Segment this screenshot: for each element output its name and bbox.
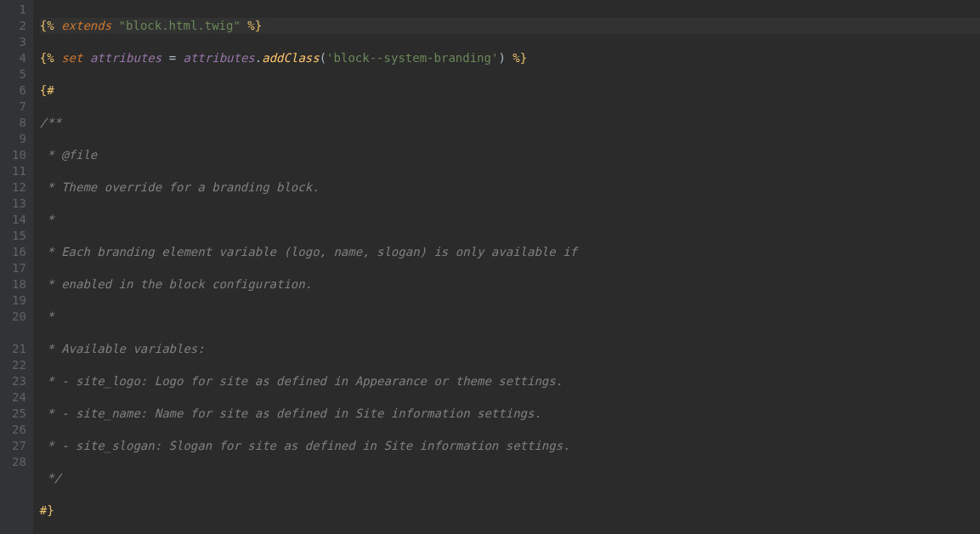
code-line[interactable]: #} xyxy=(40,503,980,519)
line-number-gutter: 1 2 3 4 5 6 7 8 9 10 11 12 13 14 15 16 1… xyxy=(0,0,33,534)
line-number: 3 xyxy=(12,34,26,50)
code-line[interactable]: * Each branding element variable (logo, … xyxy=(40,244,980,260)
code-line[interactable]: * - site_slogan: Slogan for site as defi… xyxy=(40,438,980,454)
line-number: 10 xyxy=(12,147,26,163)
line-number: 11 xyxy=(12,163,26,179)
line-number: 18 xyxy=(12,276,26,293)
line-number: 28 xyxy=(12,454,26,470)
line-number: 25 xyxy=(12,406,26,422)
line-number: 23 xyxy=(12,373,26,389)
line-number: 22 xyxy=(12,357,26,373)
line-number: 5 xyxy=(12,66,26,82)
code-line[interactable]: * Theme override for a branding block. xyxy=(40,179,980,196)
line-number: 9 xyxy=(12,131,26,147)
line-number: 8 xyxy=(12,115,26,131)
code-area[interactable]: {% extends "block.html.twig" %} {% set a… xyxy=(33,0,980,534)
code-line[interactable]: * - site_logo: Logo for site as defined … xyxy=(40,373,980,389)
line-number: 20 xyxy=(12,309,26,325)
line-number: 12 xyxy=(12,179,26,196)
code-line[interactable]: * enabled in the block configuration. xyxy=(40,276,980,293)
line-number: 26 xyxy=(12,422,26,438)
line-number: 17 xyxy=(12,260,26,276)
line-number: 15 xyxy=(12,228,26,244)
code-line[interactable]: * @file xyxy=(40,147,980,163)
line-number: 2 xyxy=(12,18,26,34)
code-line[interactable]: {# xyxy=(40,82,980,99)
line-number: 21 xyxy=(12,325,26,357)
line-number: 27 xyxy=(12,438,26,454)
line-number: 1 xyxy=(12,2,26,18)
code-line[interactable]: {% extends "block.html.twig" %} xyxy=(40,18,980,34)
code-line[interactable]: * Available variables: xyxy=(40,341,980,357)
code-line[interactable]: {% set attributes = attributes.addClass(… xyxy=(40,50,980,66)
line-number: 14 xyxy=(12,212,26,228)
line-number: 13 xyxy=(12,196,26,212)
code-line[interactable]: /** xyxy=(40,115,980,131)
code-line[interactable]: * xyxy=(40,309,980,325)
code-line[interactable]: * xyxy=(40,212,980,228)
line-number: 19 xyxy=(12,293,26,309)
line-number: 4 xyxy=(12,50,26,66)
line-number: 6 xyxy=(12,82,26,99)
code-editor[interactable]: 1 2 3 4 5 6 7 8 9 10 11 12 13 14 15 16 1… xyxy=(0,0,980,534)
code-line[interactable]: * - site_name: Name for site as defined … xyxy=(40,406,980,422)
code-line[interactable]: */ xyxy=(40,470,980,486)
line-number: 24 xyxy=(12,389,26,406)
line-number: 7 xyxy=(12,99,26,115)
line-number: 16 xyxy=(12,244,26,260)
